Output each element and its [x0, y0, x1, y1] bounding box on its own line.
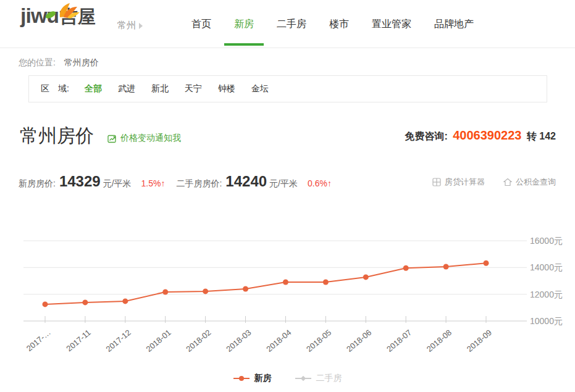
y-axis-label: 12000元 [530, 290, 563, 299]
data-point[interactable] [122, 298, 128, 304]
page-title: 常州房价 [20, 125, 94, 147]
x-axis-label: 2018-09 [465, 328, 493, 354]
data-point[interactable] [323, 279, 329, 285]
provident-fund-label: 公积金查询 [516, 177, 556, 188]
data-point[interactable] [243, 286, 248, 292]
new-house-price-unit: 元/平米 [103, 178, 132, 190]
data-point[interactable] [283, 279, 288, 285]
resale-price-value: 14240 [225, 173, 267, 190]
new-house-price-change: 1.5%↑ [141, 178, 166, 188]
filter-option-jintan[interactable]: 金坛 [251, 83, 269, 94]
filter-option-wujin[interactable]: 武进 [118, 83, 135, 94]
data-point[interactable] [363, 274, 369, 280]
page: jiwu 吉屋 常州 首页 新房 二手房 楼市 置业管家 品牌地产 您的位置: … [0, 0, 575, 392]
legend-label: 新房 [254, 373, 272, 384]
nav-item-new-house[interactable]: 新房 [234, 0, 254, 48]
nav-item-resale[interactable]: 二手房 [277, 0, 306, 48]
x-axis-label: 2017-… [25, 328, 52, 353]
main-nav: 首页 新房 二手房 楼市 置业管家 品牌地产 [191, 0, 474, 48]
consult-label: 免费咨询: [405, 131, 447, 141]
data-point[interactable] [484, 261, 489, 266]
nav-item-agent[interactable]: 置业管家 [372, 0, 411, 48]
legend-item-resale[interactable]: 二手房 [295, 373, 342, 384]
mortgage-calculator-label: 房贷计算器 [445, 177, 485, 188]
breadcrumb: 您的位置: 常州房价 [19, 57, 99, 69]
bird-logo-icon [43, 1, 82, 22]
y-axis-label: 10000元 [530, 316, 563, 326]
x-axis-label: 2018-01 [144, 328, 172, 354]
mortgage-calculator-link[interactable]: 房贷计算器 [432, 177, 485, 188]
price-notify-link[interactable]: 价格变动通知我 [107, 133, 181, 144]
resale-price-unit: 元/平米 [269, 178, 298, 190]
new-house-price-value: 14329 [59, 173, 101, 190]
filter-option-xinbei[interactable]: 新北 [151, 83, 169, 94]
chart-legend: 新房 二手房 [0, 373, 575, 384]
top-header: jiwu 吉屋 常州 首页 新房 二手房 楼市 置业管家 品牌地产 [0, 0, 575, 48]
calculator-icon [432, 178, 441, 186]
x-axis-label: 2018-08 [425, 328, 453, 354]
filter-options: 全部 武进 新北 天宁 钟楼 金坛 [85, 83, 269, 94]
series-line [45, 263, 486, 304]
x-axis-label: 2018-03 [224, 328, 253, 354]
city-name: 常州 [117, 20, 136, 31]
resale-price-change: 0.6%↑ [308, 178, 332, 188]
district-filter: 区 域: 全部 武进 新北 天宁 钟楼 金坛 [28, 75, 547, 102]
data-point[interactable] [82, 299, 88, 305]
circle-marker-icon [233, 375, 250, 382]
x-axis-label: 2017-12 [104, 328, 133, 354]
stats-row: 新房房价: 14329 元/平米 1.5%↑ 二手房房价: 14240 元/平米… [19, 173, 556, 194]
x-axis-label: 2018-06 [345, 328, 373, 354]
tool-links: 房贷计算器 公积金查询 [432, 177, 556, 188]
consult-block: 免费咨询: 4006390223 转 142 [405, 128, 556, 143]
breadcrumb-prefix: 您的位置: [19, 57, 56, 67]
data-point[interactable] [43, 301, 48, 307]
trend-notify-icon [107, 134, 117, 143]
data-point[interactable] [162, 289, 168, 294]
new-house-price-label: 新房房价: [19, 178, 56, 190]
legend-item-new-house[interactable]: 新房 [233, 373, 272, 384]
price-chart: 10000元12000元14000元16000元2017-…2017-11201… [0, 222, 575, 370]
x-axis-label: 2018-02 [184, 328, 212, 354]
data-point[interactable] [443, 264, 449, 270]
chevron-right-icon [139, 23, 143, 29]
filter-option-all[interactable]: 全部 [85, 83, 102, 94]
diamond-marker-icon [295, 375, 311, 382]
consult-phone[interactable]: 4006390223 [453, 128, 521, 142]
x-axis-label: 2018-04 [264, 328, 293, 354]
data-point[interactable] [403, 265, 409, 271]
resale-price-label: 二手房房价: [176, 178, 222, 190]
consult-ext: 转 142 [527, 131, 556, 141]
y-axis-label: 16000元 [530, 236, 563, 246]
title-row: 常州房价 价格变动通知我 免费咨询: 4006390223 转 142 [20, 125, 556, 147]
filter-label: 区 域: [41, 83, 69, 94]
x-axis-label: 2018-05 [304, 328, 333, 354]
x-axis-label: 2018-07 [385, 328, 413, 354]
nav-item-market[interactable]: 楼市 [329, 0, 349, 48]
house-icon [503, 178, 512, 186]
nav-item-brand[interactable]: 品牌地产 [434, 0, 474, 48]
filter-option-tianning[interactable]: 天宁 [185, 83, 202, 94]
jiwu-logo[interactable]: jiwu 吉屋 [20, 5, 96, 26]
data-point[interactable] [203, 288, 208, 294]
x-axis-label: 2017-11 [64, 328, 92, 354]
legend-label: 二手房 [316, 373, 342, 384]
breadcrumb-current[interactable]: 常州房价 [64, 57, 99, 67]
city-selector[interactable]: 常州 [117, 20, 143, 31]
y-axis-label: 14000元 [530, 262, 563, 272]
notify-link-label: 价格变动通知我 [120, 133, 181, 144]
filter-option-zhonglou[interactable]: 钟楼 [218, 83, 235, 94]
provident-fund-link[interactable]: 公积金查询 [503, 177, 556, 188]
nav-item-home[interactable]: 首页 [191, 0, 211, 48]
